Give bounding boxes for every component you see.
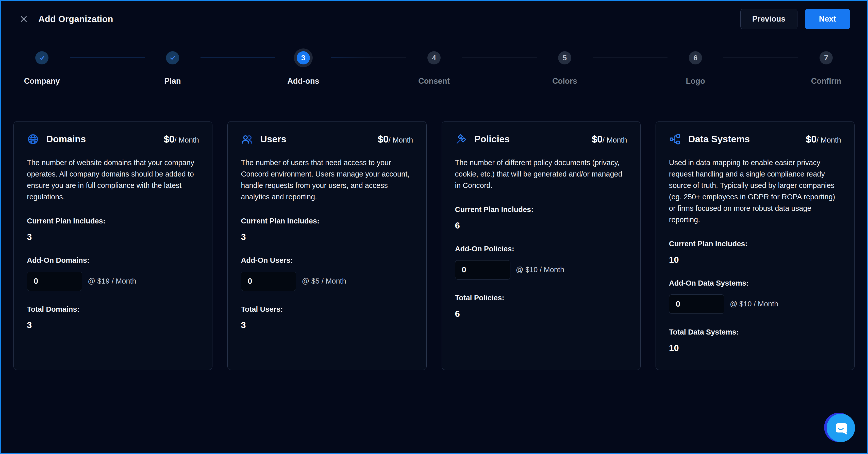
included-label: Current Plan Includes:: [669, 240, 841, 248]
data-systems-icon: [669, 133, 681, 145]
check-icon: [38, 55, 45, 61]
chat-launcher-front-disc: [827, 414, 855, 442]
addon-label: Add-On Users:: [241, 256, 413, 264]
step-circle-7[interactable]: 7: [819, 51, 833, 64]
total-label: Total Policies:: [455, 294, 627, 302]
included-label: Current Plan Includes:: [27, 217, 199, 225]
stepper-step-plan[interactable]: Plan: [145, 51, 200, 86]
addon-row: @ $5 / Month: [241, 272, 413, 291]
step-number: 3: [301, 54, 306, 62]
included-label: Current Plan Includes:: [241, 217, 413, 225]
page-title: Add Organization: [38, 14, 113, 24]
step-number: 6: [693, 54, 698, 62]
check-icon: [169, 55, 176, 61]
price-suffix: / Month: [175, 136, 199, 144]
total-value: 3: [241, 320, 413, 330]
step-label: Plan: [164, 76, 181, 86]
chat-launcher-button[interactable]: [824, 412, 856, 443]
stepper-step-add-ons[interactable]: 3 Add-ons: [275, 51, 331, 86]
step-circle-1[interactable]: [35, 51, 49, 64]
step-number: 5: [563, 54, 567, 62]
price-amount: $0: [378, 134, 389, 145]
addon-rate: @ $19 / Month: [88, 277, 136, 285]
card-description: The number of users that need access to …: [241, 157, 413, 203]
users-card: Users $0 / Month The number of users tha…: [227, 121, 426, 370]
price-suffix: / Month: [816, 136, 841, 144]
included-value: 3: [241, 232, 413, 242]
included-value: 3: [27, 232, 199, 242]
card-price: $0 / Month: [592, 134, 627, 145]
price-amount: $0: [806, 134, 816, 145]
close-icon[interactable]: [18, 13, 30, 25]
card-description: The number of different policy documents…: [455, 157, 627, 191]
addon-row: @ $10 / Month: [669, 294, 841, 314]
total-label: Total Users:: [241, 305, 413, 314]
step-connector: [593, 58, 668, 58]
step-circle-6[interactable]: 6: [689, 51, 702, 64]
addon-label: Add-On Domains:: [27, 256, 199, 264]
step-connector: [462, 58, 537, 58]
next-button[interactable]: Next: [805, 9, 850, 29]
stepper-step-company[interactable]: Company: [14, 51, 70, 86]
stepper-step-confirm[interactable]: 7 Confirm: [798, 51, 854, 86]
step-label: Consent: [418, 76, 450, 86]
step-label: Add-ons: [287, 76, 319, 86]
price-amount: $0: [592, 134, 602, 145]
price-suffix: / Month: [389, 136, 413, 144]
step-circle-2[interactable]: [166, 51, 179, 64]
card-description: The number of website domains that your …: [27, 157, 199, 203]
users-icon: [241, 133, 253, 145]
globe-icon: [27, 133, 39, 145]
addon-label: Add-On Data Systems:: [669, 279, 841, 287]
addon-quantity-input[interactable]: [241, 272, 296, 291]
addon-quantity-input[interactable]: [669, 294, 724, 314]
stepper-step-consent[interactable]: 4 Consent: [406, 51, 462, 86]
addon-quantity-input[interactable]: [27, 272, 82, 291]
step-label: Company: [24, 76, 60, 86]
total-value: 6: [455, 309, 627, 319]
modal-header: Add Organization Previous Next: [1, 1, 867, 37]
price-suffix: / Month: [602, 136, 627, 144]
total-value: 10: [669, 343, 841, 353]
addon-quantity-input[interactable]: [455, 260, 510, 280]
addon-rate: @ $10 / Month: [730, 300, 778, 308]
card-description: Used in data mapping to enable easier pr…: [669, 157, 841, 225]
addon-cards: Domains $0 / Month The number of website…: [13, 121, 855, 370]
step-connector: [331, 58, 406, 58]
card-header: Data Systems $0 / Month: [669, 133, 841, 145]
price-amount: $0: [164, 134, 174, 145]
step-label: Colors: [552, 76, 577, 86]
card-header: Policies $0 / Month: [455, 133, 627, 145]
stepper-step-colors[interactable]: 5 Colors: [537, 51, 593, 86]
addon-row: @ $19 / Month: [27, 272, 199, 291]
total-label: Total Data Systems:: [669, 328, 841, 336]
addon-rate: @ $5 / Month: [302, 277, 346, 285]
addon-rate: @ $10 / Month: [516, 265, 564, 274]
card-title: Policies: [474, 134, 510, 144]
step-number: 4: [432, 54, 436, 62]
previous-button[interactable]: Previous: [740, 9, 798, 29]
step-circle-5[interactable]: 5: [558, 51, 571, 64]
step-circle-3[interactable]: 3: [297, 51, 310, 64]
step-label: Logo: [686, 76, 705, 86]
card-title: Data Systems: [688, 134, 750, 144]
step-label: Confirm: [811, 76, 841, 86]
stepper-step-logo[interactable]: 6 Logo: [668, 51, 723, 86]
step-connector: [70, 58, 145, 58]
chat-bubble-icon: [834, 421, 848, 435]
gavel-icon: [455, 133, 467, 145]
card-title: Domains: [46, 134, 86, 144]
total-label: Total Domains:: [27, 305, 199, 314]
total-value: 3: [27, 320, 199, 330]
step-circle-4[interactable]: 4: [427, 51, 441, 64]
card-price: $0 / Month: [164, 134, 199, 145]
card-title: Users: [260, 134, 286, 144]
included-value: 6: [455, 220, 627, 231]
step-number: 7: [824, 54, 828, 62]
card-price: $0 / Month: [378, 134, 413, 145]
addon-label: Add-On Policies:: [455, 245, 627, 253]
addon-row: @ $10 / Month: [455, 260, 627, 280]
included-label: Current Plan Includes:: [455, 205, 627, 214]
card-header: Domains $0 / Month: [27, 133, 199, 145]
domains-card: Domains $0 / Month The number of website…: [13, 121, 212, 370]
